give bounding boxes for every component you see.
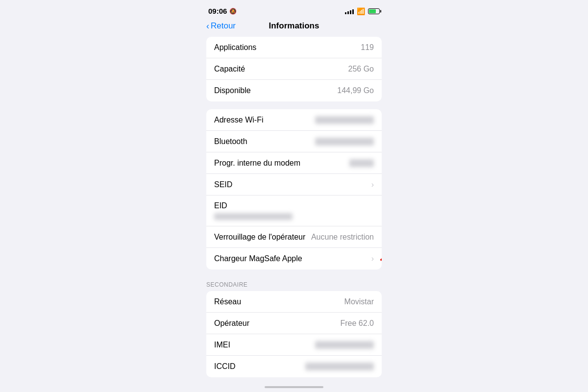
- label-disponible: Disponible: [214, 86, 251, 95]
- value-capacite: 256 Go: [348, 65, 374, 74]
- row-capacite: Capacité 256 Go: [206, 58, 382, 80]
- content-area: Applications 119 Capacité 256 Go Disponi…: [198, 37, 390, 385]
- red-arrow-annotation: [379, 249, 382, 269]
- back-chevron-icon: ‹: [206, 21, 209, 31]
- value-eid: [214, 213, 293, 220]
- row-eid: EID: [206, 196, 382, 226]
- status-time: 09:06 🔕: [208, 7, 237, 15]
- signal-icon: [345, 8, 354, 14]
- label-reseau: Réseau: [214, 297, 241, 306]
- row-modem: Progr. interne du modem: [206, 152, 382, 174]
- row-applications: Applications 119: [206, 37, 382, 58]
- label-wifi-address: Adresse Wi-Fi: [214, 116, 263, 124]
- value-iccid: [305, 363, 374, 370]
- row-seid[interactable]: SEID ›: [206, 174, 382, 196]
- label-capacite: Capacité: [214, 65, 245, 74]
- row-iccid: ICCID: [206, 356, 382, 377]
- row-magsafe[interactable]: Chargeur MagSafe Apple ›: [206, 248, 382, 270]
- phone-screen: 09:06 🔕 📶 ‹ Retour Informations: [198, 0, 390, 392]
- label-verrouillage: Verrouillage de l'opérateur: [214, 233, 305, 242]
- row-disponible: Disponible 144,99 Go: [206, 80, 382, 101]
- chevron-magsafe-icon: ›: [371, 254, 374, 263]
- row-bluetooth: Bluetooth: [206, 131, 382, 152]
- back-button[interactable]: ‹ Retour: [206, 21, 236, 31]
- value-applications: 119: [361, 43, 374, 52]
- page-title: Informations: [269, 21, 319, 31]
- status-icons: 📶: [345, 7, 380, 15]
- label-iccid: ICCID: [214, 362, 236, 371]
- value-operateur: Free 62.0: [341, 319, 374, 328]
- section-label-secondaire: SECONDAIRE: [198, 277, 390, 291]
- row-imei: IMEI: [206, 334, 382, 356]
- back-label: Retour: [211, 21, 236, 31]
- bell-icon: 🔕: [229, 8, 237, 15]
- row-reseau: Réseau Movistar: [206, 291, 382, 313]
- home-indicator: [265, 386, 323, 388]
- battery-icon: [368, 8, 380, 14]
- section-secondaire: Réseau Movistar Opérateur Free 62.0 IMEI…: [206, 291, 382, 377]
- label-seid: SEID: [214, 180, 232, 189]
- section-storage: Applications 119 Capacité 256 Go Disponi…: [206, 37, 382, 101]
- value-verrouillage: Aucune restriction: [311, 233, 374, 242]
- section-secondaire-header: SECONDAIRE: [198, 277, 390, 291]
- chevron-seid-icon: ›: [371, 180, 374, 189]
- value-reseau: Movistar: [344, 297, 374, 306]
- value-imei: [315, 341, 374, 349]
- time-display: 09:06: [208, 7, 227, 15]
- value-wifi-address: [315, 116, 374, 124]
- wifi-icon: 📶: [357, 7, 365, 15]
- value-bluetooth: [315, 138, 374, 146]
- label-applications: Applications: [214, 43, 256, 52]
- row-operateur: Opérateur Free 62.0: [206, 313, 382, 334]
- row-wifi-address: Adresse Wi-Fi: [206, 109, 382, 131]
- value-disponible: 144,99 Go: [337, 86, 374, 95]
- nav-bar: ‹ Retour Informations: [198, 19, 390, 37]
- row-verrouillage: Verrouillage de l'opérateur Aucune restr…: [206, 226, 382, 248]
- section-network: Adresse Wi-Fi Bluetooth Progr. interne d…: [206, 109, 382, 270]
- label-operateur: Opérateur: [214, 319, 249, 328]
- label-bluetooth: Bluetooth: [214, 137, 247, 146]
- value-modem: [349, 159, 374, 167]
- label-imei: IMEI: [214, 341, 230, 349]
- status-bar: 09:06 🔕 📶: [198, 0, 390, 19]
- label-magsafe: Chargeur MagSafe Apple: [214, 254, 302, 263]
- label-eid: EID: [214, 201, 227, 210]
- label-modem: Progr. interne du modem: [214, 159, 300, 168]
